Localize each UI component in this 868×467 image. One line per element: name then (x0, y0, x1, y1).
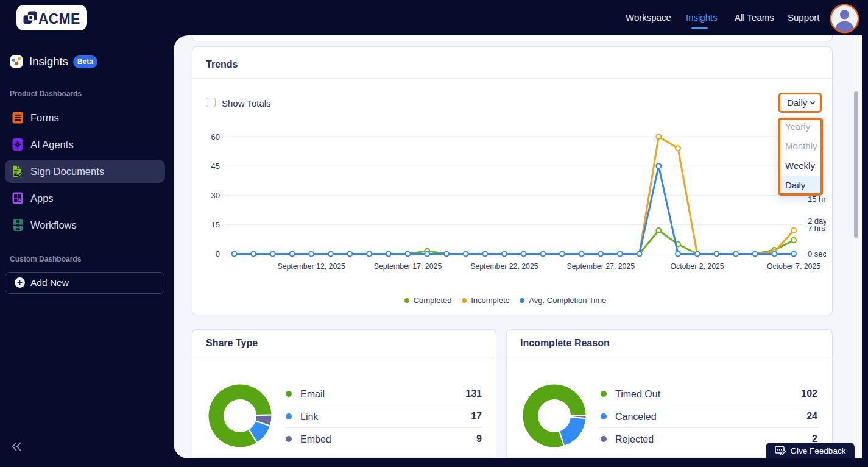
svg-text:September 22, 2025: September 22, 2025 (470, 262, 538, 271)
svg-text:October 2, 2025: October 2, 2025 (671, 262, 724, 271)
svg-text:October 7, 2025: October 7, 2025 (767, 262, 820, 271)
svg-text:45: 45 (211, 162, 220, 171)
svg-text:7 hrs: 7 hrs (808, 224, 825, 233)
svg-text:0 secs: 0 secs (808, 249, 826, 258)
svg-text:ACME: ACME (38, 11, 80, 27)
svg-text:15: 15 (211, 220, 220, 229)
svg-text:30: 30 (211, 191, 220, 200)
svg-text:September 17, 2025: September 17, 2025 (374, 262, 442, 271)
svg-text:September 27, 2025: September 27, 2025 (567, 262, 635, 271)
svg-text:0: 0 (216, 249, 220, 258)
svg-text:September 12, 2025: September 12, 2025 (277, 262, 345, 271)
svg-text:60: 60 (211, 132, 220, 141)
